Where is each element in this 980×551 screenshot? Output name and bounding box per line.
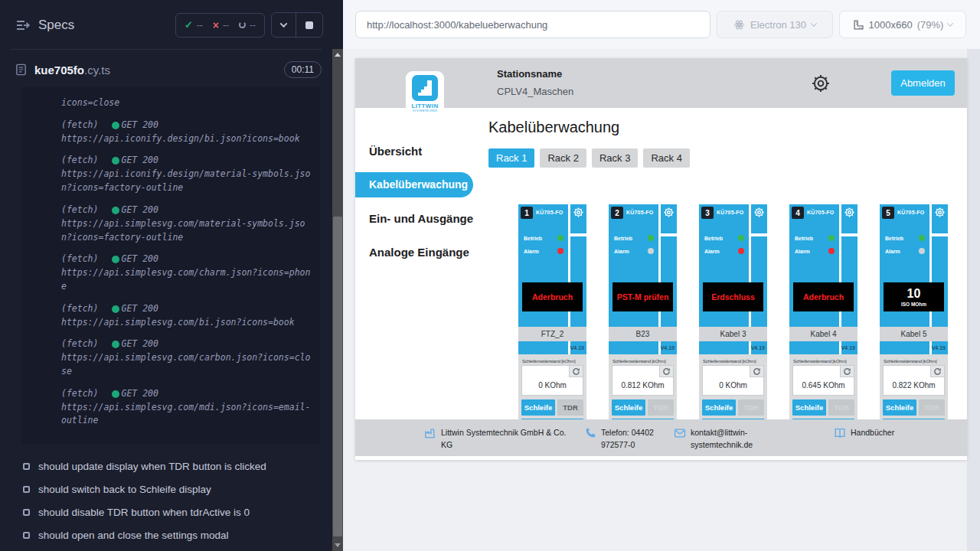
viewport-size-select[interactable]: 1000x660 (79%) xyxy=(839,11,966,38)
resistance-value: 0.645 KOhm xyxy=(793,381,854,390)
test-stats[interactable]: ✓-- ×-- -- xyxy=(175,13,265,37)
resistance-value: 0 KOhm xyxy=(703,381,763,390)
specs-menu-icon[interactable] xyxy=(15,19,31,31)
spec-ext: .cy.ts xyxy=(84,64,110,77)
side-nav: Übersicht Kabelüberwachung Ein- und Ausg… xyxy=(355,108,482,460)
card-settings-button[interactable] xyxy=(573,207,584,218)
divider xyxy=(932,233,948,236)
alarm-led xyxy=(919,248,925,254)
refresh-button[interactable] xyxy=(659,366,673,377)
station-info: Stationsname CPLV4_Maschen xyxy=(497,68,573,97)
schleife-button[interactable]: Schleife xyxy=(521,399,555,416)
viewport-zoom: (79%) xyxy=(917,19,944,31)
nav-item[interactable]: Kabelüberwachung xyxy=(355,172,473,197)
cable-name: FTZ_2 xyxy=(518,327,586,341)
status-display: 10 ISO MOhm xyxy=(884,282,944,311)
gear-icon xyxy=(810,73,831,94)
test-item[interactable]: should switch back to Schleife display xyxy=(23,484,323,495)
resistance-label: Schleifenwiderstand [kOhm] xyxy=(522,359,583,364)
slot-number-badge: 1 xyxy=(521,207,533,219)
nav-item[interactable]: Übersicht xyxy=(355,139,482,164)
card-settings-button[interactable] xyxy=(844,207,855,218)
fetch-log-list: (fetch) GET 200 https://api.iconify.desi… xyxy=(61,119,312,428)
scrollbar-track[interactable] xyxy=(332,49,343,551)
url-text: http://localhost:3000/kabelueberwachung xyxy=(367,19,547,31)
schleife-button[interactable]: Schleife xyxy=(612,399,645,416)
page-title: Kabelüberwachung xyxy=(488,119,619,136)
scroll-up-arrow[interactable] xyxy=(335,53,341,57)
rack-tab[interactable]: Rack 3 xyxy=(592,148,638,168)
nav-item[interactable]: Analoge Eingänge xyxy=(355,240,482,265)
settings-button[interactable] xyxy=(810,73,831,94)
footer-manuals[interactable]: Handbücher xyxy=(834,426,894,456)
scrollbar-thumb[interactable] xyxy=(333,217,342,536)
resistance-label: Schleifenwiderstand [kOhm] xyxy=(612,359,674,364)
stat-running: -- xyxy=(239,20,256,31)
success-dot-icon xyxy=(112,341,119,348)
refresh-button[interactable] xyxy=(569,366,583,377)
alarm-led xyxy=(738,248,744,254)
station-label: Stationsname xyxy=(497,68,573,80)
browser-select[interactable]: Electron 130 xyxy=(717,11,833,38)
schleife-button[interactable]: Schleife xyxy=(792,399,826,416)
card-settings-button[interactable] xyxy=(753,207,765,218)
cable-name: Kabel 5 xyxy=(880,327,948,341)
schleife-button[interactable]: Schleife xyxy=(702,399,736,416)
measurement-panel: Schleifenwiderstand [kOhm] xyxy=(699,354,767,422)
betrieb-row: Betrieb xyxy=(795,235,835,241)
stop-button[interactable] xyxy=(296,13,322,37)
fetch-log-entry[interactable]: (fetch) GET 200 https://api.simplesvg.co… xyxy=(61,302,312,330)
tdr-button[interactable]: TDR xyxy=(828,399,854,416)
divider xyxy=(751,233,767,236)
refresh-button[interactable] xyxy=(840,366,854,377)
fetch-log-entry[interactable]: (fetch) GET 200 https://api.iconify.desi… xyxy=(61,119,312,146)
rack-tab[interactable]: Rack 2 xyxy=(540,148,586,168)
betrieb-row: Betrieb xyxy=(614,235,654,241)
status-display: PST-M prüfen xyxy=(612,282,673,311)
divider xyxy=(661,233,677,236)
fetch-log-entry[interactable]: (fetch) GET 200 https://api.simplesvg.co… xyxy=(61,253,312,293)
success-dot-icon xyxy=(112,122,119,129)
scroll-down-arrow[interactable] xyxy=(335,543,341,547)
status-display: Erdschluss xyxy=(703,282,763,311)
test-item[interactable]: should disable TDR button when tdrActive… xyxy=(23,507,323,518)
fetch-log-entry[interactable]: (fetch) GET 200 https://api.iconify.desi… xyxy=(61,154,312,194)
fetch-log-entry[interactable]: (fetch) GET 200 https://api.simplesvg.co… xyxy=(61,387,312,428)
spec-file-row[interactable]: kue705fo.cy.ts 00:11 xyxy=(0,50,332,78)
tdr-button[interactable]: TDR xyxy=(557,399,583,416)
collapse-button[interactable] xyxy=(272,13,296,37)
request-url: https://api.simplesvg.com/charm.json?ico… xyxy=(61,266,312,294)
schleife-button[interactable]: Schleife xyxy=(883,399,916,416)
refresh-icon xyxy=(572,367,580,376)
status-text: Aderbruch xyxy=(803,292,844,302)
preview-scrollbar[interactable] xyxy=(967,49,980,551)
status-label: GET 200 xyxy=(121,337,158,351)
refresh-button[interactable] xyxy=(750,366,763,377)
test-item[interactable]: should update display when TDR button is… xyxy=(23,461,323,472)
refresh-icon xyxy=(933,367,942,376)
reporter-scrollbar[interactable] xyxy=(332,0,343,551)
footer-email[interactable]: kontakt@littwin-systemtechnik.de xyxy=(674,426,761,456)
nav-item[interactable]: Ein- und Ausgänge xyxy=(355,206,482,231)
slot-number-badge: 2 xyxy=(611,207,623,219)
card-settings-button[interactable] xyxy=(934,207,946,218)
tdr-button[interactable]: TDR xyxy=(919,399,945,416)
logout-button[interactable]: Abmelden xyxy=(891,70,955,96)
url-input[interactable]: http://localhost:3000/kabelueberwachung xyxy=(355,11,710,38)
fetch-label: (fetch) xyxy=(61,204,98,217)
tdr-button[interactable]: TDR xyxy=(648,399,674,416)
test-checkbox-icon xyxy=(23,463,30,470)
fetch-label: (fetch) xyxy=(61,154,98,168)
tdr-button[interactable]: TDR xyxy=(738,399,764,416)
test-item[interactable]: should open and close the settings modal xyxy=(23,530,323,541)
mode-buttons: Schleife TDR xyxy=(612,399,674,416)
fetch-log-entry[interactable]: (fetch) GET 200 https://api.simplesvg.co… xyxy=(61,204,312,244)
rack-tab[interactable]: Rack 1 xyxy=(488,148,534,168)
fetch-log-entry[interactable]: (fetch) GET 200 https://api.simplesvg.co… xyxy=(61,337,312,378)
success-dot-icon xyxy=(112,305,119,313)
refresh-button[interactable] xyxy=(930,366,944,377)
slot-number-badge: 3 xyxy=(701,207,714,219)
rack-tab[interactable]: Rack 4 xyxy=(643,148,689,168)
betrieb-led xyxy=(648,235,654,241)
card-settings-button[interactable] xyxy=(663,207,675,218)
